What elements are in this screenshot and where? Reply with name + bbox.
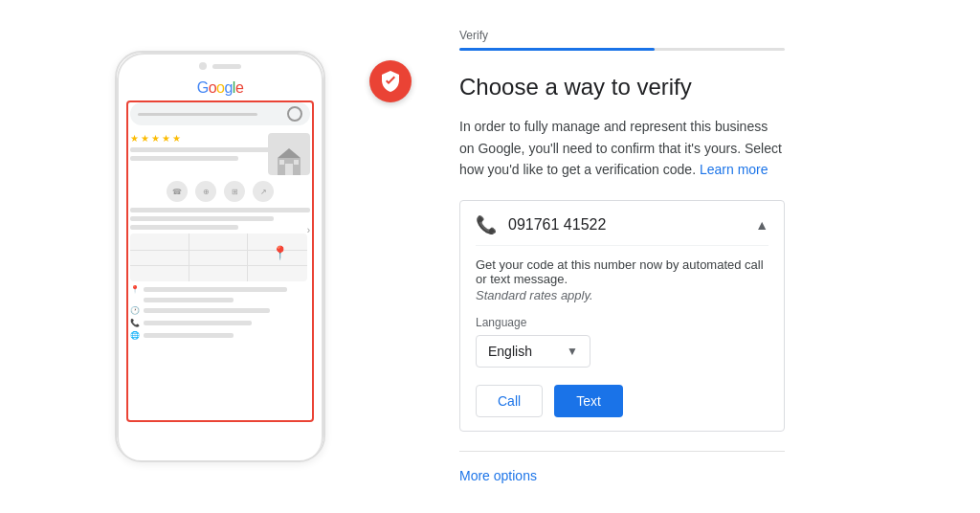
search-lines <box>138 111 287 118</box>
map-area: 📍 <box>130 234 307 281</box>
map-line-v2 <box>247 234 248 281</box>
phone-desc-italic: Standard rates apply. <box>476 288 768 302</box>
loc-line-3 <box>144 321 252 325</box>
phone-small-icon: 📞 <box>130 319 140 327</box>
svg-rect-4 <box>294 160 299 165</box>
call-button[interactable]: Call <box>476 385 543 417</box>
building-svg <box>274 145 304 175</box>
phone-handset-icon: 📞 <box>476 214 497 235</box>
globe-icon-circle: ⊕ <box>195 181 216 202</box>
phone-top-bar <box>117 53 323 76</box>
phone-option-left: 📞 091761 41522 <box>476 214 606 235</box>
c-line-1 <box>130 208 310 212</box>
more-options-link[interactable]: More options <box>459 468 537 483</box>
business-card: ★ ★ ★ ★ ★ <box>130 133 310 175</box>
progress-area: Verify <box>459 29 903 51</box>
loc-line-2 <box>144 308 270 313</box>
location-row-4: 🌐 <box>130 331 310 340</box>
star-2: ★ <box>141 133 149 144</box>
phone-option-body: Get your code at this number now by auto… <box>476 245 768 417</box>
language-select[interactable]: English ▼ <box>476 335 590 368</box>
content-line-1 <box>130 147 274 152</box>
language-label: Language <box>476 316 768 329</box>
phone-option-box: 📞 091761 41522 ▲ Get your code at this n… <box>459 200 785 432</box>
phone-desc: Get your code at this number now by auto… <box>476 257 768 286</box>
select-arrow-icon: ▼ <box>567 345 578 358</box>
location-row-3: 📞 <box>130 319 310 327</box>
svg-marker-1 <box>278 148 301 158</box>
search-icon <box>287 106 302 122</box>
shield-icon <box>379 70 402 93</box>
loc-line-extra <box>144 298 234 302</box>
map-pin: 📍 <box>272 245 288 260</box>
google-logo: Google <box>130 79 310 97</box>
phone-content: Google <box>117 76 323 347</box>
phone-icon-circle: ☎ <box>167 181 188 202</box>
action-buttons: Call Text <box>476 385 768 417</box>
phone-number-text: 091761 41522 <box>508 216 606 234</box>
phone-mockup: Google <box>115 51 325 462</box>
icon-row: ☎ ⊕ ⊞ ↗ <box>130 181 310 202</box>
search-line-1 <box>138 113 257 116</box>
progress-bar-fill <box>459 48 655 51</box>
location-icon-1: 📍 <box>130 285 140 294</box>
location-row-2: 🕐 <box>130 306 310 315</box>
verify-description: In order to fully manage and represent t… <box>459 116 785 180</box>
content-section-1: › <box>130 208 310 230</box>
verify-heading: Choose a way to verify <box>459 74 903 100</box>
arrow-right-icon: › <box>307 225 310 235</box>
svg-rect-2 <box>285 164 293 175</box>
chevron-up-icon[interactable]: ▲ <box>755 217 768 233</box>
stars-row: ★ ★ ★ ★ ★ <box>130 133 262 144</box>
content-line-2 <box>130 156 238 161</box>
page-container: Google <box>0 0 980 513</box>
phone-section: Google <box>38 51 402 462</box>
language-value: English <box>488 344 532 359</box>
text-button[interactable]: Text <box>554 385 623 417</box>
c-line-3 <box>130 225 238 230</box>
location-row-1: 📍 <box>130 285 310 294</box>
phone-option-header: 📞 091761 41522 ▲ <box>476 214 768 235</box>
verify-section: Verify Choose a way to verify In order t… <box>402 10 942 502</box>
phone-search-bar <box>130 102 310 125</box>
map-line-v1 <box>189 234 189 281</box>
share-icon-circle: ↗ <box>253 181 274 202</box>
c-line-2 <box>130 216 274 221</box>
progress-label: Verify <box>459 29 903 42</box>
map-line-h2 <box>130 265 307 266</box>
map-icon-circle: ⊞ <box>224 181 245 202</box>
shield-badge <box>369 60 412 102</box>
star-5: ★ <box>172 133 181 144</box>
progress-bar-track <box>459 48 785 51</box>
star-4: ★ <box>162 133 170 144</box>
loc-line-1 <box>144 287 287 292</box>
learn-more-link[interactable]: Learn more <box>700 162 768 177</box>
phone-speaker <box>212 64 241 69</box>
svg-rect-3 <box>279 160 284 165</box>
clock-icon: 🕐 <box>130 306 140 315</box>
globe-small-icon: 🌐 <box>130 331 140 340</box>
phone-camera <box>199 62 207 70</box>
loc-line-4 <box>144 333 234 338</box>
more-options-area: More options <box>459 451 785 484</box>
star-1: ★ <box>130 133 139 144</box>
business-image <box>268 133 310 175</box>
star-3: ★ <box>151 133 160 144</box>
